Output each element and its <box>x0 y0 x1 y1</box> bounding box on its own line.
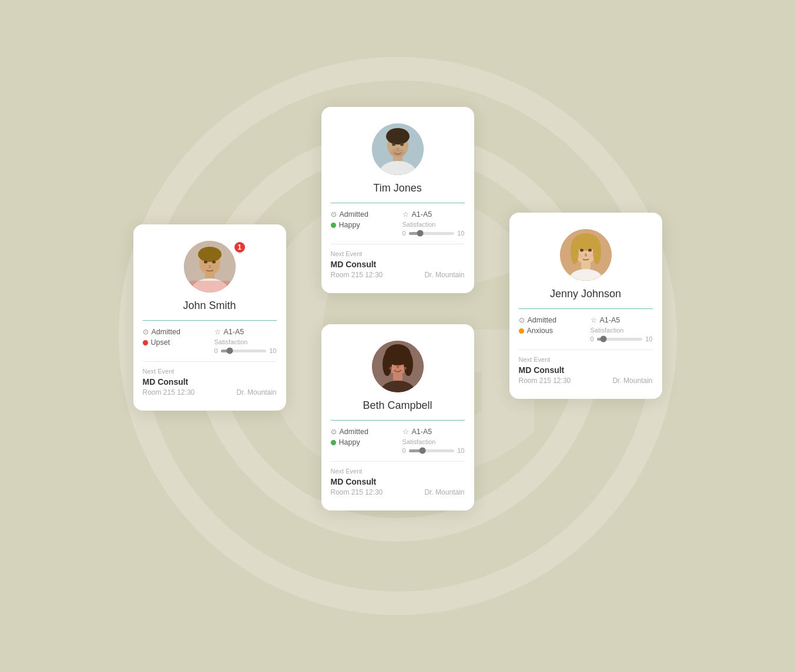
tim-event-room: Room 215 12:30 <box>331 271 383 279</box>
john-satisfaction-label: Satisfaction <box>214 338 277 345</box>
svg-point-41 <box>580 249 583 252</box>
location-icon: ⊙ <box>331 210 337 219</box>
jenny-divider-top <box>519 308 653 309</box>
tim-avatar-wrap <box>321 107 474 175</box>
beth-mood: Happy <box>331 438 393 446</box>
svg-point-37 <box>571 238 579 264</box>
john-avatar-image <box>184 241 236 293</box>
jenny-event-room: Room 215 12:30 <box>519 377 571 385</box>
jenny-mood-dot <box>519 328 524 334</box>
john-notification-badge: 1 <box>233 241 246 254</box>
jenny-avatar-image <box>560 229 612 281</box>
john-mood-dot <box>143 340 148 345</box>
svg-rect-39 <box>581 262 591 270</box>
jenny-next-event-label: Next Event <box>509 356 662 363</box>
card-jenny[interactable]: Jenny Johnson ⊙ Admitted Anxious ☆ A1-A5… <box>509 213 662 399</box>
tim-next-event-label: Next Event <box>321 250 474 257</box>
svg-point-30 <box>397 365 399 368</box>
john-mood: Upset <box>143 338 205 347</box>
tim-info-left: ⊙ Admitted Happy <box>331 210 393 231</box>
svg-point-24 <box>383 352 392 376</box>
john-event-details: Room 215 12:30 Dr. Mountain <box>133 388 286 397</box>
card-beth[interactable]: Beth Campbell ⊙ Admitted Happy ☆ A1-A5 S… <box>321 324 474 510</box>
jenny-event-doctor: Dr. Mountain <box>612 377 652 385</box>
john-divider-bottom <box>143 361 277 362</box>
beth-info-left: ⊙ Admitted Happy <box>331 428 393 449</box>
svg-point-13 <box>198 247 222 262</box>
beth-name: Beth Campbell <box>321 399 474 412</box>
beth-avatar-wrap <box>321 324 474 392</box>
star-icon-john: ☆ <box>214 328 221 336</box>
beth-next-event-label: Next Event <box>321 468 474 475</box>
svg-point-17 <box>212 261 216 264</box>
beth-event-details: Room 215 12:30 Dr. Mountain <box>321 488 474 496</box>
jenny-satisfaction-bar <box>597 338 643 341</box>
beth-divider-top <box>331 420 465 421</box>
tim-satisfaction-label: Satisfaction <box>402 221 465 228</box>
beth-avatar-image <box>372 341 424 392</box>
john-avatar <box>184 241 236 293</box>
jenny-event-details: Room 215 12:30 Dr. Mountain <box>509 377 662 385</box>
john-info-left: ⊙ Admitted Upset <box>143 328 205 349</box>
jenny-satisfaction-label: Satisfaction <box>591 327 653 334</box>
beth-satisfaction-bar <box>409 449 455 452</box>
john-satisfaction-bar <box>221 350 267 352</box>
beth-avatar <box>372 341 424 392</box>
john-divider-top <box>143 320 277 321</box>
svg-point-8 <box>400 143 404 146</box>
svg-point-44 <box>577 254 583 258</box>
svg-point-9 <box>397 147 399 151</box>
beth-event-room: Room 215 12:30 <box>331 488 383 496</box>
svg-point-32 <box>401 367 407 370</box>
john-event-title: MD Consult <box>133 377 286 387</box>
tim-mood-dot <box>331 223 336 228</box>
beth-event-title: MD Consult <box>321 477 474 486</box>
svg-point-25 <box>404 352 413 376</box>
john-next-event-label: Next Event <box>133 368 286 375</box>
tim-rating: ☆ A1-A5 <box>402 210 465 219</box>
svg-point-31 <box>389 367 395 370</box>
beth-status: ⊙ Admitted <box>331 428 393 436</box>
star-icon-jenny: ☆ <box>591 316 597 324</box>
svg-point-45 <box>589 254 595 258</box>
tim-satisfaction-bar <box>409 232 455 235</box>
svg-point-43 <box>585 253 587 257</box>
beth-info-row: ⊙ Admitted Happy ☆ A1-A5 Satisfaction 0 <box>321 428 474 454</box>
location-icon-jenny: ⊙ <box>519 316 525 324</box>
beth-bar-thumb <box>419 448 425 454</box>
beth-satisfaction-row: 0 10 <box>402 447 465 454</box>
tim-event-title: MD Consult <box>321 260 474 269</box>
beth-info-right: ☆ A1-A5 Satisfaction 0 10 <box>402 428 465 454</box>
location-icon-beth: ⊙ <box>331 428 337 436</box>
svg-point-18 <box>209 265 211 268</box>
tim-bar-thumb <box>417 230 424 237</box>
jenny-avatar <box>560 229 612 281</box>
tim-satisfaction-row: 0 10 <box>402 230 465 237</box>
svg-point-28 <box>392 361 395 364</box>
tim-name: Tim Jones <box>321 182 474 194</box>
beth-rating: ☆ A1-A5 <box>402 428 465 436</box>
svg-rect-19 <box>190 281 230 293</box>
jenny-satisfaction-row: 0 10 <box>591 335 653 342</box>
jenny-bar-thumb <box>601 336 607 342</box>
tim-avatar-image <box>372 123 424 175</box>
tim-event-doctor: Dr. Mountain <box>424 271 464 279</box>
jenny-info-right: ☆ A1-A5 Satisfaction 0 10 <box>591 316 653 342</box>
john-info-row: ⊙ Admitted Upset ☆ A1-A5 Satisfaction 0 <box>133 328 286 354</box>
card-john[interactable]: 1 John Smith ⊙ Admitted Upset ☆ A1-A5 <box>133 224 286 411</box>
jenny-divider-bottom <box>519 350 653 350</box>
cards-layout: Tim Jones ⊙ Admitted Happy ☆ A1-A5 Satis… <box>133 107 662 565</box>
tim-info-right: ☆ A1-A5 Satisfaction 0 10 <box>402 210 465 237</box>
svg-point-42 <box>588 249 592 252</box>
beth-satisfaction-label: Satisfaction <box>402 438 465 445</box>
jenny-avatar-wrap <box>509 213 662 281</box>
john-event-doctor: Dr. Mountain <box>236 388 276 397</box>
svg-point-29 <box>400 361 404 364</box>
tim-info-row: ⊙ Admitted Happy ☆ A1-A5 Satisfaction 0 <box>321 210 474 237</box>
tim-status: ⊙ Admitted <box>331 210 393 219</box>
beth-event-doctor: Dr. Mountain <box>424 488 464 496</box>
location-icon-john: ⊙ <box>143 328 149 336</box>
svg-rect-26 <box>393 373 402 381</box>
card-tim[interactable]: Tim Jones ⊙ Admitted Happy ☆ A1-A5 Satis… <box>321 107 474 293</box>
tim-avatar <box>372 123 424 175</box>
